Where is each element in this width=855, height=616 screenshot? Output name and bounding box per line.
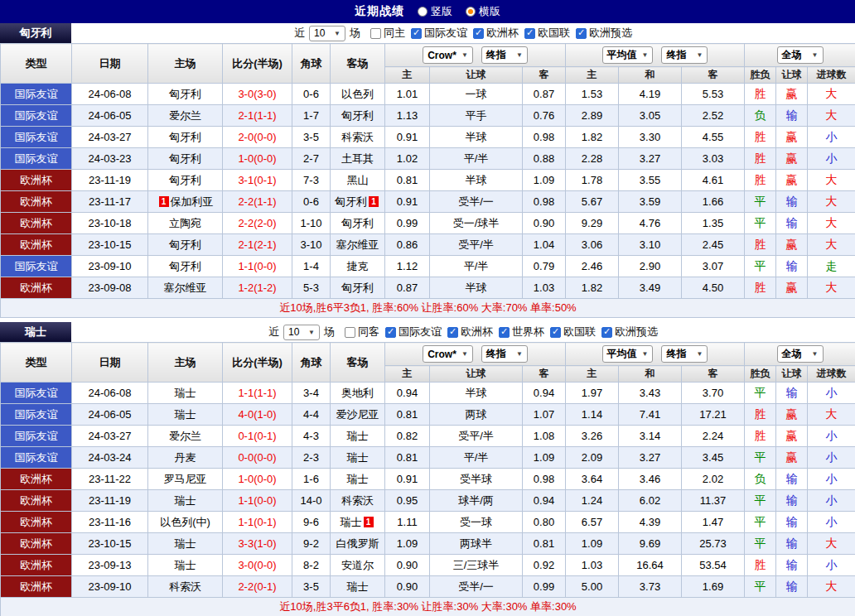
checkbox-icon[interactable]: [576, 28, 587, 39]
bookmaker-select[interactable]: Crow* ▼: [423, 345, 473, 363]
score-cell[interactable]: 0-1(0-1): [223, 426, 292, 447]
score-cell[interactable]: 3-0(0-0): [223, 555, 292, 576]
home-team-name[interactable]: 瑞士: [175, 494, 196, 507]
score-cell[interactable]: 2-2(2-0): [223, 213, 292, 234]
score-cell[interactable]: 3-1(0-1): [223, 170, 292, 191]
home-team-name[interactable]: 保加利亚: [171, 195, 214, 208]
away-team-name[interactable]: 塞尔维亚: [336, 238, 379, 251]
away-team-name[interactable]: 奥地利: [341, 387, 374, 399]
match-row: 欧洲杯 23-11-17 1保加利亚 2-2(1-1) 0-6 匈牙利1 0.9…: [1, 191, 855, 213]
scope-select[interactable]: 全场 ▼: [777, 345, 824, 363]
away-team-name[interactable]: 科索沃: [341, 131, 374, 143]
score-cell[interactable]: 1-1(0-1): [223, 512, 292, 533]
away-team-name[interactable]: 匈牙利: [335, 195, 367, 208]
league-filter-checkbox[interactable]: 欧国联: [524, 26, 570, 41]
score-cell[interactable]: 1-0(0-0): [223, 148, 292, 170]
score-cell[interactable]: 2-2(1-1): [223, 191, 292, 213]
score-cell[interactable]: 1-0(0-0): [223, 469, 292, 490]
away-team-name[interactable]: 捷克: [347, 260, 369, 272]
checkbox-icon[interactable]: [370, 28, 381, 39]
average-odds-select[interactable]: 平均值 ▼: [602, 345, 654, 363]
home-team-name[interactable]: 以色列(中): [160, 516, 210, 528]
home-team-name[interactable]: 罗马尼亚: [164, 473, 207, 485]
home-team-name[interactable]: 塞尔维亚: [164, 282, 207, 294]
league-filter-checkbox[interactable]: 世界杯: [499, 325, 544, 339]
away-team-name[interactable]: 瑞士: [347, 451, 369, 464]
checkbox-icon[interactable]: [550, 327, 561, 338]
average-odds-select[interactable]: 平均值 ▼: [602, 46, 654, 64]
scope-select[interactable]: 全场 ▼: [777, 46, 824, 64]
away-team-name[interactable]: 瑞士: [347, 473, 369, 485]
radio-horizontal-icon[interactable]: [466, 7, 476, 17]
home-team-name[interactable]: 匈牙利: [169, 131, 201, 143]
bookmaker-select[interactable]: Crow* ▼: [423, 46, 473, 64]
league-filter-checkbox[interactable]: 欧洲杯: [447, 325, 493, 339]
checkbox-icon[interactable]: [411, 28, 422, 39]
score-cell[interactable]: 3-0(3-0): [223, 84, 292, 105]
score-cell[interactable]: 1-1(0-0): [223, 490, 292, 512]
asian-handicap: 受半/一: [430, 576, 523, 598]
league-filter-checkbox[interactable]: 欧洲预选: [576, 26, 632, 41]
away-team-name[interactable]: 匈牙利: [341, 217, 374, 229]
score-cell[interactable]: 0-0(0-0): [223, 447, 292, 469]
away-team-name[interactable]: 匈牙利: [341, 282, 374, 294]
away-team-name[interactable]: 以色列: [341, 88, 374, 100]
league-filter-checkbox[interactable]: 同主: [370, 26, 405, 41]
layout-option-horizontal[interactable]: 横版: [466, 4, 500, 19]
home-team-name[interactable]: 匈牙利: [169, 88, 201, 100]
home-team-name[interactable]: 瑞士: [175, 408, 196, 421]
league-filter-checkbox[interactable]: 欧洲预选: [601, 325, 658, 339]
home-team-name[interactable]: 爱尔兰: [169, 430, 201, 442]
home-team-name[interactable]: 匈牙利: [169, 238, 201, 251]
away-team-name[interactable]: 瑞士: [347, 430, 369, 442]
checkbox-icon[interactable]: [524, 28, 535, 39]
home-team-name[interactable]: 科索沃: [169, 580, 201, 593]
asian-final-odds-select[interactable]: 终指 ▼: [481, 345, 528, 363]
score-cell[interactable]: 1-2(1-2): [223, 277, 292, 299]
radio-vertical-icon[interactable]: [418, 7, 428, 17]
euro-final-odds-select[interactable]: 终指 ▼: [661, 46, 708, 64]
home-team-name[interactable]: 匈牙利: [169, 152, 201, 165]
home-team-name[interactable]: 瑞士: [175, 537, 196, 550]
home-team-name[interactable]: 瑞士: [175, 387, 196, 399]
score-cell[interactable]: 2-2(0-1): [223, 576, 292, 598]
league-filter-checkbox[interactable]: 欧洲杯: [473, 26, 519, 41]
checkbox-icon[interactable]: [385, 327, 396, 338]
league-filter-checkbox[interactable]: 国际友谊: [385, 325, 442, 339]
match-count-select[interactable]: 10 ▼: [309, 26, 345, 41]
score-cell[interactable]: 1-1(0-0): [223, 256, 292, 277]
score-cell[interactable]: 4-0(1-0): [223, 404, 292, 426]
checkbox-icon[interactable]: [601, 327, 612, 338]
score-cell[interactable]: 3-3(1-0): [223, 533, 292, 555]
away-team-name[interactable]: 白俄罗斯: [336, 537, 379, 550]
score-cell[interactable]: 2-0(0-0): [223, 127, 292, 148]
away-team-name[interactable]: 土耳其: [341, 152, 374, 165]
away-team-name[interactable]: 爱沙尼亚: [336, 408, 379, 421]
league-filter-checkbox[interactable]: 国际友谊: [411, 26, 467, 41]
away-team-name[interactable]: 科索沃: [341, 494, 374, 507]
score-cell[interactable]: 2-1(2-1): [223, 234, 292, 256]
away-team-name[interactable]: 瑞士: [347, 580, 369, 593]
checkbox-icon[interactable]: [473, 28, 484, 39]
layout-option-vertical[interactable]: 竖版: [418, 4, 452, 19]
home-team-name[interactable]: 匈牙利: [169, 260, 201, 272]
away-team-name[interactable]: 黑山: [347, 174, 369, 186]
home-team-name[interactable]: 爱尔兰: [169, 109, 201, 122]
home-team-name[interactable]: 瑞士: [175, 559, 196, 571]
asian-final-odds-select[interactable]: 终指 ▼: [481, 46, 528, 64]
score-cell[interactable]: 2-1(1-1): [223, 105, 292, 127]
euro-final-odds-select[interactable]: 终指 ▼: [661, 345, 708, 363]
checkbox-icon[interactable]: [499, 327, 510, 338]
score-cell[interactable]: 1-1(1-1): [223, 383, 292, 404]
match-count-select[interactable]: 10 ▼: [283, 325, 320, 340]
league-filter-checkbox[interactable]: 欧国联: [550, 325, 596, 339]
checkbox-icon[interactable]: [345, 327, 355, 338]
away-team-name[interactable]: 匈牙利: [341, 109, 374, 122]
home-team-name[interactable]: 丹麦: [175, 451, 196, 464]
home-team-name[interactable]: 立陶宛: [169, 217, 201, 229]
home-team-name[interactable]: 匈牙利: [169, 174, 201, 186]
away-team-name[interactable]: 瑞士: [341, 516, 362, 528]
league-filter-checkbox[interactable]: 同客: [345, 325, 379, 339]
checkbox-icon[interactable]: [447, 327, 458, 338]
away-team-name[interactable]: 安道尔: [341, 559, 374, 571]
